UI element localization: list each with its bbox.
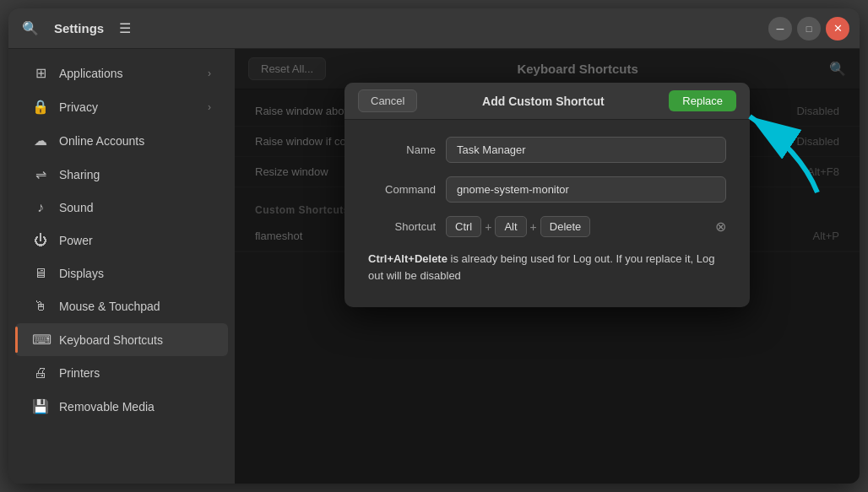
displays-icon: 🖥 [32, 266, 49, 281]
sidebar-item-sharing[interactable]: ⇌ Sharing [15, 158, 228, 191]
shortcut-field: Ctrl + Alt + Delete ⊗ [446, 216, 726, 237]
alt-key: Alt [495, 216, 526, 237]
add-shortcut-dialog: Cancel Add Custom Shortcut Replace Name … [344, 83, 750, 307]
sidebar-item-label: Mouse & Touchpad [59, 300, 211, 313]
name-row: Name [368, 137, 726, 163]
command-row: Command [368, 176, 726, 203]
sidebar-item-label: Sharing [59, 168, 211, 181]
sidebar-item-label: Sound [59, 201, 211, 214]
sidebar-item-label: Privacy [59, 100, 198, 114]
right-panel: Reset All... Keyboard Shortcuts 🔍 Raise … [235, 49, 860, 484]
minimize-button[interactable]: – [768, 17, 792, 41]
name-label: Name [368, 143, 436, 156]
chevron-right-icon: › [208, 68, 211, 79]
window-controls: – □ ✕ [768, 17, 849, 41]
sound-icon: ♪ [32, 200, 49, 215]
printers-icon: 🖨 [32, 365, 49, 381]
sidebar-item-sound[interactable]: ♪ Sound [15, 192, 228, 224]
sidebar-item-keyboard-shortcuts[interactable]: ⌨ Keyboard Shortcuts [15, 323, 228, 356]
sidebar-item-label: Online Accounts [59, 134, 211, 148]
close-button[interactable]: ✕ [826, 17, 849, 41]
sidebar-item-privacy[interactable]: 🔒 Privacy › [15, 90, 228, 123]
delete-key: Delete [540, 216, 591, 237]
shortcut-label: Shortcut [368, 220, 436, 233]
plus-separator: + [485, 220, 491, 234]
chevron-right-icon: › [208, 101, 211, 113]
search-button[interactable]: 🔍 [19, 17, 42, 40]
sidebar-item-mouse-touchpad[interactable]: 🖱 Mouse & Touchpad [15, 290, 228, 322]
sidebar-item-power[interactable]: ⏻ Power [15, 224, 228, 257]
window-title: Settings [54, 21, 104, 35]
main-content: ⊞ Applications › 🔒 Privacy › ☁ Online Ac… [8, 49, 860, 484]
command-input[interactable] [446, 176, 726, 203]
dialog-replace-button[interactable]: Replace [669, 90, 736, 111]
titlebar: 🔍 Settings ☰ – □ ✕ [8, 8, 860, 49]
dialog-title: Add Custom Shortcut [424, 95, 662, 108]
name-input[interactable] [446, 137, 726, 163]
ctrl-key: Ctrl [446, 216, 481, 237]
keyboard-icon: ⌨ [32, 332, 49, 348]
online-accounts-icon: ☁ [32, 132, 49, 149]
applications-icon: ⊞ [32, 65, 49, 81]
plus-separator: + [530, 220, 537, 234]
clear-shortcut-button[interactable]: ⊗ [715, 219, 726, 235]
sidebar-item-printers[interactable]: 🖨 Printers [15, 357, 228, 389]
privacy-icon: 🔒 [32, 99, 49, 115]
titlebar-left: 🔍 Settings ☰ [19, 17, 136, 40]
dialog-body: Name Command Shortcut Ctrl + [344, 120, 750, 307]
sidebar-item-label: Displays [59, 267, 211, 280]
command-label: Command [368, 183, 436, 196]
power-icon: ⏻ [32, 233, 49, 248]
mouse-icon: 🖱 [32, 299, 49, 314]
sidebar-item-label: Keyboard Shortcuts [59, 333, 211, 347]
sidebar-item-label: Power [59, 234, 211, 247]
dialog-titlebar: Cancel Add Custom Shortcut Replace [344, 83, 750, 120]
sidebar-item-applications[interactable]: ⊞ Applications › [15, 57, 228, 89]
sidebar-item-online-accounts[interactable]: ☁ Online Accounts [15, 124, 228, 157]
shortcut-row: Shortcut Ctrl + Alt + Delete ⊗ [368, 216, 726, 237]
warning-message: Ctrl+Alt+Delete is already being used fo… [368, 251, 726, 290]
sidebar-item-removable-media[interactable]: 💾 Removable Media [15, 390, 228, 423]
maximize-button[interactable]: □ [797, 17, 821, 41]
sidebar-item-label: Applications [59, 67, 198, 80]
dialog-cancel-button[interactable]: Cancel [358, 89, 417, 112]
sidebar: ⊞ Applications › 🔒 Privacy › ☁ Online Ac… [8, 49, 235, 484]
menu-button[interactable]: ☰ [114, 17, 136, 40]
main-window: 🔍 Settings ☰ – □ ✕ ⊞ Applications › 🔒 Pr… [8, 8, 860, 484]
dialog-overlay: Cancel Add Custom Shortcut Replace Name … [235, 49, 860, 484]
sidebar-item-label: Printers [59, 366, 211, 380]
sidebar-item-displays[interactable]: 🖥 Displays [15, 257, 228, 289]
sidebar-item-label: Removable Media [59, 400, 211, 414]
sharing-icon: ⇌ [32, 166, 49, 182]
removable-media-icon: 💾 [32, 398, 49, 414]
